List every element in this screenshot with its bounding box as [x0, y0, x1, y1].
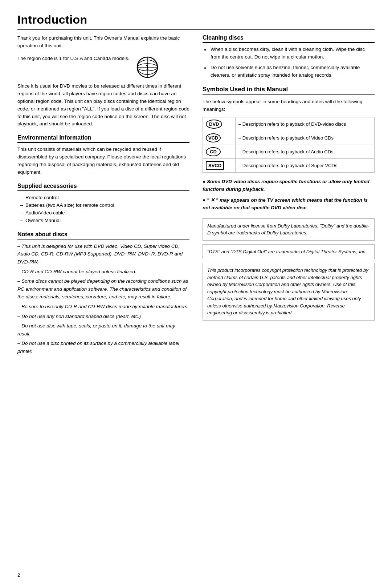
list-item: Remote control — [20, 194, 189, 202]
notes-p0: – This unit is designed for use with DVD… — [17, 242, 189, 266]
dvd-badge: DVD — [206, 120, 222, 129]
svcd-desc: – Description refers to playback of Supe… — [236, 158, 375, 172]
bullet-icon2: ● — [203, 197, 207, 203]
globe-icon: 1 — [136, 56, 159, 79]
notes-p6: – Do not use a disc printed on its surfa… — [17, 339, 189, 355]
notes-p4: – Do not use any non standard shaped dis… — [17, 313, 189, 321]
region-text-block: The region code is 1 for U.S.A and Canad… — [17, 55, 129, 63]
cleaning-list: When a disc becomes dirty, clean it with… — [203, 46, 375, 79]
notes-p1: – CD-R and CD-RW cannot be played unless… — [17, 268, 189, 276]
svg-text:1: 1 — [146, 64, 149, 71]
intro-paragraph1: Thank you for purchasing this unit. This… — [17, 35, 189, 50]
dvd-note2-text: " ✕ " may appears on the TV screen which… — [203, 197, 368, 211]
footnote-0: Manufactured under license from Dolby La… — [203, 218, 375, 241]
page-title: Introduction — [17, 13, 375, 30]
supplied-accessories-section: Supplied accessories Remote control Batt… — [17, 183, 189, 225]
list-item: Batteries (two AA size) for remote contr… — [20, 202, 189, 209]
vcd-badge: VCD — [206, 133, 221, 142]
dvd-note1-text: Some DVD video discs require specific fu… — [203, 179, 369, 192]
footnote-1: "DTS" and "DTS Digital Out" are trademar… — [203, 244, 375, 259]
left-column: Thank you for purchasing this unit. This… — [17, 35, 189, 357]
footnote-boxes: Manufactured under license from Dolby La… — [203, 218, 375, 321]
cd-badge: CD — [206, 147, 221, 156]
symbols-intro: The below symbols appear in some heading… — [203, 98, 375, 113]
dvd-note1: ● Some DVD video discs require specific … — [203, 178, 375, 193]
main-content: Thank you for purchasing this unit. This… — [17, 35, 375, 357]
environmental-section: Environmental Information This unit cons… — [17, 134, 189, 176]
list-item: Audio/Video cable — [20, 209, 189, 217]
footnote-2: This product incorporates copyright prot… — [203, 263, 375, 321]
table-row: CD – Description refers to playback of A… — [203, 145, 375, 158]
table-row: VCD – Description refers to playback of … — [203, 131, 375, 145]
cd-desc: – Description refers to playback of Audi… — [236, 145, 375, 158]
vcd-desc: – Description refers to playback of Vide… — [236, 131, 375, 145]
svcd-badge: SVCD — [206, 161, 224, 170]
region-text: The region code is 1 for U.S.A and Canad… — [17, 55, 129, 63]
dvd-notes: ● Some DVD video discs require specific … — [203, 178, 375, 212]
cleaning-item-0: When a disc becomes dirty, clean it with… — [204, 46, 375, 61]
symbols-section: Symbols Used in this Manual The below sy… — [203, 86, 375, 212]
supplied-accessories-title: Supplied accessories — [17, 183, 189, 191]
cleaning-title: Cleaning discs — [203, 35, 375, 43]
page: Introduction Thank you for purchasing th… — [0, 0, 392, 588]
cleaning-item-1: Do not use solvents such as benzine, thi… — [204, 64, 375, 79]
page-number: 2 — [17, 572, 20, 578]
accessories-list: Remote control Batteries (two AA size) f… — [17, 194, 189, 225]
table-row: DVD – Description refers to playback of … — [203, 117, 375, 131]
right-column: Cleaning discs When a disc becomes dirty… — [203, 35, 375, 357]
environmental-title: Environmental Information — [17, 134, 189, 143]
notes-discs-section: Notes about discs – This unit is designe… — [17, 231, 189, 355]
dvd-note2: ● " ✕ " may appears on the TV screen whi… — [203, 196, 375, 212]
notes-p2: – Some discs cannot be played depending … — [17, 277, 189, 301]
dvd-desc: – Description refers to playback of DVD-… — [236, 117, 375, 131]
symbols-title: Symbols Used in this Manual — [203, 86, 375, 95]
notes-discs-title: Notes about discs — [17, 231, 189, 239]
intro-paragraph2: Since it is usual for DVD movies to be r… — [17, 82, 189, 128]
region-row: The region code is 1 for U.S.A and Canad… — [17, 55, 189, 79]
notes-discs-body: – This unit is designed for use with DVD… — [17, 242, 189, 355]
notes-p3: – Be sure to use only CD-R and CD-RW dis… — [17, 303, 189, 311]
symbols-table: DVD – Description refers to playback of … — [203, 117, 375, 173]
cleaning-section: Cleaning discs When a disc becomes dirty… — [203, 35, 375, 79]
table-row: SVCD – Description refers to playback of… — [203, 158, 375, 172]
list-item: Owner's Manual — [20, 217, 189, 225]
environmental-body: This unit consists of materials which ca… — [17, 146, 189, 176]
notes-p5: – Do not use disc with tape, scals, or p… — [17, 322, 189, 338]
bullet-icon: ● — [203, 179, 207, 184]
